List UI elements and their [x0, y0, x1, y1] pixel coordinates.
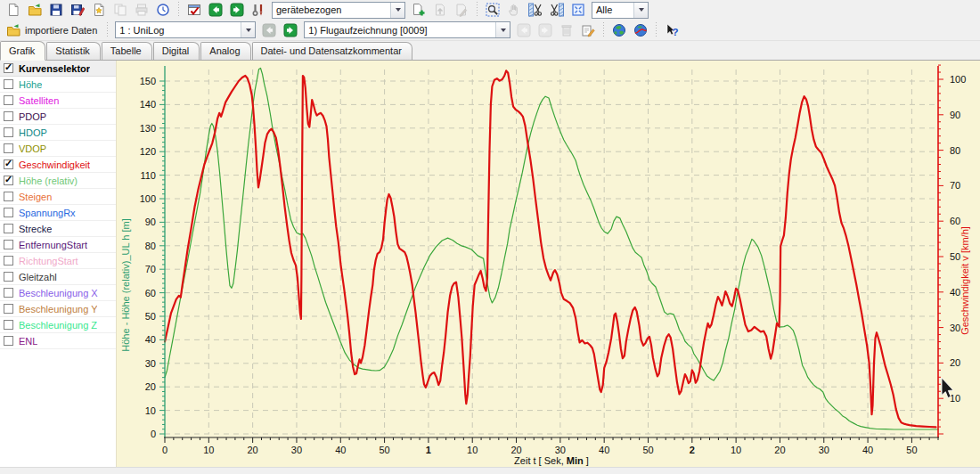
scale-mode-combo[interactable]: gerätebezogen [272, 2, 405, 19]
google-earth-button[interactable] [608, 21, 630, 39]
checkbox[interactable] [4, 336, 13, 346]
curve-selector-item-strecke[interactable]: Strecke [0, 221, 116, 237]
checkbox[interactable] [4, 288, 13, 298]
file-properties-button[interactable] [88, 1, 110, 19]
open-file-button[interactable] [24, 1, 45, 19]
device-selection-dialog-button[interactable] [184, 1, 205, 19]
curve-selector-item-spannungrx[interactable]: SpannungRx [0, 205, 116, 221]
tab-digital[interactable]: Digital [153, 42, 200, 60]
tab-grafik[interactable]: Grafik [0, 41, 45, 61]
context-help-button[interactable]: ? [661, 21, 682, 39]
curve-label: Höhe (relativ) [19, 176, 78, 186]
record-toolbar: importiere Daten1 : UniLog1) Flugaufzeic… [0, 20, 980, 41]
y-right-axis-title: Geschwindigkeit v [km/h] [960, 226, 970, 335]
y-left-tick-label: 120 [140, 146, 156, 157]
curve-selector-item-richtungstart[interactable]: RichtungStart [0, 253, 116, 269]
checkbox[interactable] [4, 256, 13, 266]
curve-selector-item-vdop[interactable]: VDOP [0, 141, 116, 157]
chevron-down-icon[interactable] [495, 22, 510, 37]
checkbox[interactable] [4, 208, 13, 217]
pan-mode-button [503, 1, 525, 19]
arrow-right-green-icon [283, 23, 298, 37]
curve-selector-item-h-he-relativ[interactable]: Höhe (relativ) [0, 173, 116, 189]
curve-selector-item-beschleunigung-y[interactable]: Beschleunigung Y [0, 301, 116, 317]
curve-selector-item-beschleunigung-z[interactable]: Beschleunigung Z [0, 317, 116, 333]
curve-selector-item-entfernungstart[interactable]: EntfernungStart [0, 237, 116, 253]
checkbox[interactable] [4, 176, 13, 185]
curve-label: Beschleunigung Z [19, 320, 97, 331]
fit-view-button[interactable] [568, 1, 589, 19]
y-left-tick-label: 20 [145, 381, 156, 392]
main-toolbar: gerätebezogenAlle [0, 0, 980, 20]
folder-icon [28, 3, 42, 17]
checkbox[interactable] [4, 304, 13, 314]
chevron-down-icon[interactable] [241, 22, 255, 37]
window-bottom-border [0, 467, 980, 474]
arrow-right-gray-icon [538, 23, 552, 37]
y-left-tick-label: 50 [145, 311, 156, 322]
record-combo[interactable]: 1) Flugaufzeichnung [0009] [304, 21, 510, 38]
device-combo-value: 1 : UniLog [116, 25, 241, 36]
checkbox[interactable] [4, 272, 13, 282]
curve-selector-item-pdop[interactable]: PDOP [0, 109, 116, 125]
curve-filter-combo[interactable]: Alle [592, 2, 649, 19]
edit-record-comment-button[interactable] [577, 21, 599, 39]
tab-datei-und-datensatzkommentar[interactable]: Datei- und Datensatzkommentar [252, 42, 412, 60]
zoom-mode-button[interactable] [482, 1, 503, 19]
x-tick-label: 30 [291, 445, 302, 455]
curve-selector-header[interactable]: Kurvenselektor [0, 61, 116, 77]
curve-selector-item-enl[interactable]: ENL [0, 333, 116, 349]
curve-selector-item-steigen[interactable]: Steigen [0, 189, 116, 205]
y-left-tick-label: 30 [145, 358, 156, 369]
tab-statistik[interactable]: Statistik [46, 42, 101, 60]
device-combo[interactable]: 1 : UniLog [115, 21, 256, 38]
curve-selector-item-geschwindigkeit[interactable]: Geschwindigkeit [0, 157, 116, 173]
floppy-icon [49, 3, 63, 17]
curve-label: RichtungStart [19, 256, 78, 266]
new-file-button[interactable] [3, 1, 24, 19]
folder-icon [6, 23, 20, 37]
graph-canvas[interactable]: 0102030405011020304050210203040500102030… [117, 61, 980, 467]
checkbox[interactable] [4, 111, 13, 121]
add-object-button[interactable] [408, 1, 429, 19]
device-settings-button[interactable] [248, 1, 269, 19]
next-channel-button[interactable] [280, 21, 301, 39]
print-icon [135, 3, 149, 17]
checkbox[interactable] [4, 127, 13, 137]
save-file-button[interactable] [45, 1, 67, 19]
chevron-down-icon[interactable] [390, 3, 404, 18]
tab-tabelle[interactable]: Tabelle [102, 42, 152, 60]
tab-analog[interactable]: Analog [200, 42, 250, 60]
curve-selector-item-gleitzahl[interactable]: Gleitzahl [0, 269, 116, 285]
curve-selector-item-beschleunigung-x[interactable]: Beschleunigung X [0, 285, 116, 301]
checkbox[interactable] [4, 192, 13, 201]
checkbox[interactable] [4, 240, 13, 249]
curve-selector-item-hdop[interactable]: HDOP [0, 125, 116, 141]
curve-selector-item-satelliten[interactable]: Satelliten [0, 93, 116, 109]
checkbox[interactable] [4, 79, 13, 89]
checkbox[interactable] [4, 143, 13, 153]
checkbox[interactable] [4, 63, 13, 73]
checkbox[interactable] [4, 159, 13, 169]
clock-icon [156, 3, 170, 17]
curve-selector-item-h-he[interactable]: Höhe [0, 77, 116, 93]
elapsed-time-button[interactable] [152, 1, 174, 19]
chevron-down-icon[interactable] [633, 3, 648, 18]
y-right-tick-label: 90 [950, 110, 960, 120]
prev-record-button [513, 21, 535, 39]
checkbox[interactable] [4, 320, 13, 330]
cut-left-button[interactable] [525, 1, 546, 19]
y-left-tick-label: 60 [145, 288, 156, 298]
checkbox[interactable] [4, 95, 13, 105]
kml-track-export-button[interactable] [630, 21, 651, 39]
copy-icon [113, 3, 127, 17]
import-data-button[interactable] [3, 21, 24, 39]
curve-label: ENL [19, 336, 37, 347]
x-tick-label: 20 [248, 445, 258, 455]
checkbox[interactable] [4, 224, 13, 233]
cut-right-button[interactable] [546, 1, 568, 19]
next-device-button[interactable] [226, 1, 248, 19]
prev-device-button[interactable] [205, 1, 226, 19]
curve-label: Höhe [19, 79, 42, 90]
save-file-as-button[interactable] [67, 1, 88, 19]
